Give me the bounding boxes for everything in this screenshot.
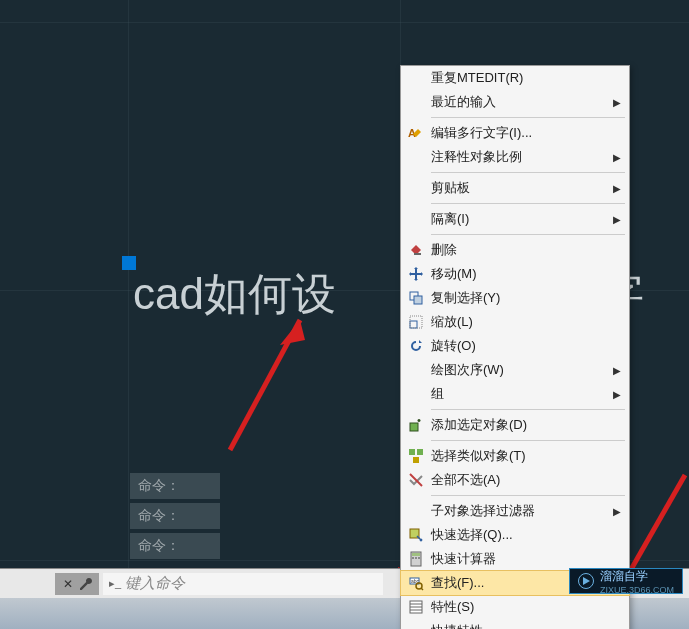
cmd-placeholder: 键入命令 — [125, 574, 185, 593]
menu-item-label: 复制选择(Y) — [431, 289, 611, 307]
menu-item[interactable]: 选择类似对象(T) — [401, 444, 629, 468]
menu-item-label: 注释性对象比例 — [431, 148, 611, 166]
move-icon — [401, 266, 431, 282]
find-icon: abc — [401, 575, 431, 591]
menu-item[interactable]: 旋转(O) — [401, 334, 629, 358]
svg-rect-9 — [410, 321, 417, 328]
menu-item[interactable]: 最近的输入▶ — [401, 90, 629, 114]
menu-item[interactable]: 子对象选择过滤器▶ — [401, 499, 629, 523]
menu-item-label: 剪贴板 — [431, 179, 611, 197]
menu-item[interactable]: 注释性对象比例▶ — [401, 145, 629, 169]
calculator-icon — [401, 551, 431, 567]
menu-item[interactable]: 复制选择(Y) — [401, 286, 629, 310]
menu-item[interactable]: 删除 — [401, 238, 629, 262]
erase-icon — [401, 242, 431, 258]
submenu-arrow-icon: ▶ — [611, 214, 621, 225]
menu-item[interactable]: A编辑多行文字(I)... — [401, 121, 629, 145]
rotate-icon — [401, 338, 431, 354]
menu-item-label: 选择类似对象(T) — [431, 447, 611, 465]
svg-marker-11 — [419, 340, 422, 343]
menu-item-label: 删除 — [431, 241, 611, 259]
menu-item[interactable]: 缩放(L) — [401, 310, 629, 334]
menu-item-label: 全部不选(A) — [431, 471, 611, 489]
menu-item-label: 组 — [431, 385, 611, 403]
menu-item-label: 快速计算器 — [431, 550, 611, 568]
cmd-history-line: 命令： — [130, 503, 220, 529]
svg-rect-13 — [409, 449, 415, 455]
menu-item[interactable]: 组▶ — [401, 382, 629, 406]
menu-separator — [431, 234, 625, 235]
menu-item-label: 隔离(I) — [431, 210, 611, 228]
menu-item-label: 子对象选择过滤器 — [431, 502, 611, 520]
scale-icon — [401, 314, 431, 330]
svg-rect-20 — [412, 557, 414, 559]
submenu-arrow-icon: ▶ — [611, 97, 621, 108]
play-icon — [578, 573, 594, 589]
properties-icon — [401, 599, 431, 615]
svg-rect-12 — [410, 423, 418, 431]
menu-item-label: 旋转(O) — [431, 337, 611, 355]
menu-item[interactable]: 全部不选(A) — [401, 468, 629, 492]
deselect-icon — [401, 472, 431, 488]
menu-item-label: 缩放(L) — [431, 313, 611, 331]
command-input[interactable]: ▸_ 键入命令 — [103, 573, 383, 595]
svg-rect-10 — [410, 316, 422, 328]
svg-rect-21 — [415, 557, 417, 559]
command-history: 命令： 命令： 命令： — [130, 473, 220, 563]
svg-line-16 — [410, 474, 422, 486]
mtext-edit-icon: A — [401, 125, 431, 141]
watermark-text: 溜溜自学 — [600, 568, 674, 585]
menu-separator — [431, 440, 625, 441]
menu-item[interactable]: 添加选定对象(D) — [401, 413, 629, 437]
copy-icon — [401, 290, 431, 306]
menu-item[interactable]: 快速选择(Q)... — [401, 523, 629, 547]
annotation-arrow — [200, 310, 320, 460]
menu-separator — [431, 409, 625, 410]
svg-rect-19 — [412, 553, 420, 556]
select-similar-icon — [401, 448, 431, 464]
submenu-arrow-icon: ▶ — [611, 506, 621, 517]
svg-line-4 — [625, 475, 685, 580]
cmd-close-button[interactable]: ✕ — [59, 575, 77, 593]
submenu-arrow-icon: ▶ — [611, 365, 621, 376]
submenu-arrow-icon: ▶ — [611, 183, 621, 194]
menu-item-label: 移动(M) — [431, 265, 611, 283]
cmd-prompt-icon: ▸_ — [109, 577, 121, 590]
menu-item-label: 重复MTEDIT(R) — [431, 69, 611, 87]
menu-separator — [431, 117, 625, 118]
cmd-history-line: 命令： — [130, 473, 220, 499]
svg-line-0 — [230, 320, 300, 450]
menu-item-label: 绘图次序(W) — [431, 361, 611, 379]
submenu-arrow-icon: ▶ — [611, 152, 621, 163]
menu-item-label: 添加选定对象(D) — [431, 416, 611, 434]
menu-item[interactable]: 快捷特性 — [401, 619, 629, 629]
menu-item-label: 快捷特性 — [431, 622, 611, 629]
context-menu: 重复MTEDIT(R)最近的输入▶A编辑多行文字(I)...注释性对象比例▶剪贴… — [400, 65, 630, 629]
menu-item-label: 快速选择(Q)... — [431, 526, 611, 544]
quick-select-icon — [401, 527, 431, 543]
menu-item[interactable]: 剪贴板▶ — [401, 176, 629, 200]
wrench-icon — [78, 576, 94, 592]
menu-separator — [431, 203, 625, 204]
menu-item[interactable]: 隔离(I)▶ — [401, 207, 629, 231]
menu-item[interactable]: 特性(S) — [401, 595, 629, 619]
svg-rect-8 — [414, 296, 422, 304]
svg-rect-15 — [413, 457, 419, 463]
cmd-settings-button[interactable] — [77, 575, 95, 593]
menu-item-label: 最近的输入 — [431, 93, 611, 111]
watermark-url: ZIXUE.3D66.COM — [600, 585, 674, 595]
svg-rect-22 — [418, 557, 420, 559]
menu-item-label: 编辑多行文字(I)... — [431, 124, 611, 142]
add-selected-icon — [401, 417, 431, 433]
watermark: 溜溜自学 ZIXUE.3D66.COM — [569, 568, 683, 594]
menu-separator — [431, 172, 625, 173]
svg-rect-6 — [414, 253, 421, 255]
menu-separator — [431, 495, 625, 496]
menu-item[interactable]: 绘图次序(W)▶ — [401, 358, 629, 382]
svg-line-26 — [421, 588, 423, 590]
menu-item[interactable]: 移动(M) — [401, 262, 629, 286]
menu-item-label: 特性(S) — [431, 598, 611, 616]
svg-marker-31 — [583, 577, 590, 585]
menu-item[interactable]: 重复MTEDIT(R) — [401, 66, 629, 90]
submenu-arrow-icon: ▶ — [611, 389, 621, 400]
